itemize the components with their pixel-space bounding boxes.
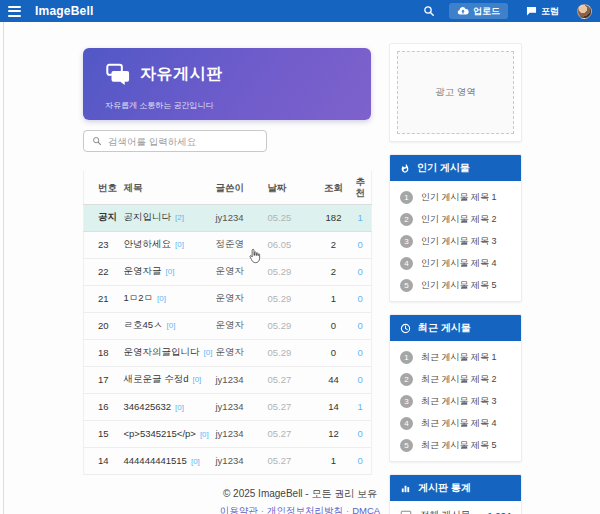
recent-posts-list: 1최근 게시물 제목 12최근 게시물 제목 23최근 게시물 제목 34최근 … — [390, 341, 521, 461]
post-likes: 0 — [354, 258, 372, 285]
popular-post-item[interactable]: 3인기 게시물 제목 3 — [390, 230, 521, 252]
col-views: 조회 — [314, 171, 354, 204]
post-number: 21 — [84, 285, 124, 312]
post-title[interactable]: 346425632 — [124, 401, 172, 412]
post-title-cell[interactable]: 346425632[0] — [124, 393, 216, 420]
comment-count: [0] — [175, 240, 184, 249]
post-views: 14 — [314, 393, 354, 420]
post-title-cell[interactable]: 새로운글 수정d[0] — [124, 366, 216, 393]
recent-post-item[interactable]: 2최근 게시물 제목 2 — [390, 368, 521, 390]
post-date: 05.29 — [268, 312, 314, 339]
search-icon[interactable] — [419, 5, 439, 17]
table-row[interactable]: 22운영자글[0]운영자05.2920 — [84, 258, 372, 285]
table-row[interactable]: 16346425632[0]jy123405.27141 — [84, 393, 372, 420]
footer-link[interactable]: DMCA — [352, 505, 380, 514]
post-title[interactable]: 운영자글 — [124, 265, 162, 276]
post-title[interactable]: 공지입니다 — [124, 211, 172, 222]
post-title-cell[interactable]: 안녕하세요[0] — [124, 231, 216, 258]
upload-button[interactable]: 업로드 — [449, 3, 508, 19]
post-number: 공지 — [84, 204, 124, 231]
post-title-cell[interactable]: <p>5345215</p>[0] — [124, 420, 216, 447]
post-number: 15 — [84, 420, 124, 447]
comment-count: [0] — [204, 348, 213, 357]
search-input[interactable] — [108, 136, 258, 147]
popular-post-item[interactable]: 1인기 게시물 제목 1 — [390, 186, 521, 208]
popular-posts-title: 인기 게시물 — [417, 161, 470, 175]
comment-count: [0] — [175, 403, 184, 412]
col-number: 번호 — [84, 171, 124, 204]
recent-post-item-label: 최근 게시물 제목 4 — [421, 417, 497, 430]
menu-icon[interactable] — [8, 4, 21, 19]
footer-link[interactable]: 이용약관 — [220, 505, 258, 514]
rank-badge: 4 — [400, 417, 413, 430]
post-views: 2 — [314, 258, 354, 285]
post-title-cell[interactable]: 운영자글[0] — [124, 258, 216, 285]
popular-post-item[interactable]: 5인기 게시물 제목 5 — [390, 274, 521, 296]
col-likes: 추천 — [354, 171, 372, 204]
rank-badge: 2 — [400, 373, 413, 386]
post-number: 20 — [84, 312, 124, 339]
post-table-body: 공지공지입니다[2]jy123405.25182123안녕하세요[0]정준영06… — [84, 204, 372, 474]
comment-count: [2] — [175, 213, 184, 222]
post-title[interactable]: 운영자의글입니다 — [124, 346, 200, 357]
table-row[interactable]: 211ㅁ2ㅁ[0]운영자05.2910 — [84, 285, 372, 312]
forum-button[interactable]: 포럼 — [518, 3, 567, 19]
top-navbar: ImageBell 업로드 포럼 — [0, 0, 600, 22]
upload-button-label: 업로드 — [473, 7, 500, 16]
post-views: 2 — [314, 231, 354, 258]
ad-area: 광고 영역 — [397, 51, 514, 134]
table-row[interactable]: 15<p>5345215</p>[0]jy123405.27120 — [84, 420, 372, 447]
post-title[interactable]: 444444441515 — [124, 455, 187, 466]
popular-post-item[interactable]: 4인기 게시물 제목 4 — [390, 252, 521, 274]
post-title[interactable]: 새로운글 수정d — [124, 373, 189, 384]
page-subtitle: 자유롭게 소통하는 공간입니다 — [105, 100, 213, 111]
recent-posts-title: 최근 게시물 — [418, 321, 471, 335]
recent-post-item[interactable]: 1최근 게시물 제목 1 — [390, 346, 521, 368]
rank-badge: 1 — [400, 191, 413, 204]
avatar[interactable] — [577, 4, 592, 19]
recent-post-item[interactable]: 5최근 게시물 제목 5 — [390, 434, 521, 456]
post-title[interactable]: ㄹ호45ㅅ — [124, 319, 163, 330]
page-title: 자유게시판 — [140, 64, 223, 85]
table-row[interactable]: 14444444441515[0]jy123405.2710 — [84, 447, 372, 474]
post-title-cell[interactable]: 공지입니다[2] — [124, 204, 216, 231]
board-chat-icon — [105, 62, 131, 86]
post-title-cell[interactable]: ㄹ호45ㅅ[0] — [124, 312, 216, 339]
col-date: 날짜 — [268, 171, 314, 204]
recent-post-item[interactable]: 4최근 게시물 제목 4 — [390, 412, 521, 434]
popular-post-item-label: 인기 게시물 제목 1 — [421, 191, 497, 204]
recent-post-item[interactable]: 3최근 게시물 제목 3 — [390, 390, 521, 412]
post-title-cell[interactable]: 1ㅁ2ㅁ[0] — [124, 285, 216, 312]
rank-badge: 5 — [400, 279, 413, 292]
ad-card: 광고 영역 — [389, 43, 522, 142]
rank-badge: 4 — [400, 257, 413, 270]
forum-chat-icon — [526, 6, 537, 16]
table-row[interactable]: 18운영자의글입니다[0]운영자05.2900 — [84, 339, 372, 366]
post-date: 05.27 — [268, 447, 314, 474]
popular-post-item-label: 인기 게시물 제목 3 — [421, 235, 497, 248]
post-title-cell[interactable]: 444444441515[0] — [124, 447, 216, 474]
comment-count: [0] — [157, 294, 166, 303]
post-date: 05.29 — [268, 339, 314, 366]
post-title[interactable]: 1ㅁ2ㅁ — [124, 292, 154, 303]
popular-post-item-label: 인기 게시물 제목 4 — [421, 257, 497, 270]
table-row[interactable]: 20ㄹ호45ㅅ[0]운영자05.2900 — [84, 312, 372, 339]
post-author: 운영자 — [216, 285, 268, 312]
left-border-line — [3, 22, 4, 514]
table-row[interactable]: 23안녕하세요[0]정준영06.0520 — [84, 231, 372, 258]
footer-link-separator: · — [346, 505, 349, 514]
col-title: 제목 — [124, 171, 216, 204]
main-content: 자유게시판 자유롭게 소통하는 공간입니다 번호 제목 글쓴이 날짜 조회 추천… — [83, 22, 371, 475]
brand-logo[interactable]: ImageBell — [35, 4, 94, 18]
post-number: 16 — [84, 393, 124, 420]
post-views: 0 — [314, 312, 354, 339]
recent-post-item-label: 최근 게시물 제목 2 — [421, 373, 497, 386]
table-row-notice[interactable]: 공지공지입니다[2]jy123405.251821 — [84, 204, 372, 231]
table-row[interactable]: 17새로운글 수정d[0]jy123405.27440 — [84, 366, 372, 393]
post-title[interactable]: <p>5345215</p> — [124, 428, 196, 439]
post-title-cell[interactable]: 운영자의글입니다[0] — [124, 339, 216, 366]
popular-post-item[interactable]: 2인기 게시물 제목 2 — [390, 208, 521, 230]
footer-link[interactable]: 개인정보처리방침 — [267, 505, 343, 514]
post-title[interactable]: 안녕하세요 — [124, 238, 172, 249]
post-likes: 0 — [354, 312, 372, 339]
